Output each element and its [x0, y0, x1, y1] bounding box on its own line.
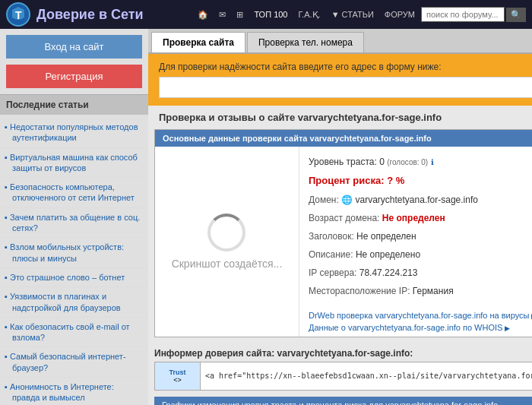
check-instruction: Для проверки надёжности сайта введите ег…	[159, 62, 532, 72]
info-icon[interactable]: ℹ	[431, 158, 434, 166]
svg-text:Т: Т	[15, 9, 22, 21]
sidebar-article-item[interactable]: Взлом мобильных устройств: плюсы и минус…	[0, 238, 148, 268]
graph-section: Графики изменения уровня траста и процен…	[154, 397, 532, 406]
check-section: Для проверки надёжности сайта введите ег…	[148, 54, 532, 106]
header: Т Доверие в Сети 🏠 ✉ ⊞ ТОП 100 Г.А.Қ. ▼ …	[0, 0, 532, 29]
main-layout: Вход на сайт Регистрация Последние стать…	[0, 29, 532, 405]
data-box-header: Основные данные проверки сайта varvarych…	[155, 130, 532, 147]
tab-check-phone[interactable]: Проверка тел. номера	[247, 32, 364, 52]
ip-row: IP сервера: 78.47.224.213	[309, 264, 532, 282]
site-links: DrWeb проверка varvarychtetyana.for-sage…	[299, 306, 532, 337]
badge-trust-text: Trust	[161, 369, 194, 376]
trust-value: 0	[379, 157, 385, 167]
site-url-input[interactable]	[159, 77, 532, 98]
header-row: Заголовок: Не определен	[309, 227, 532, 245]
description-value: Не определено	[356, 249, 420, 260]
trust-level-row: Уровень траста: 0 (голосов: 0) ℹ	[309, 153, 532, 171]
sidebar-article-item[interactable]: Уязвимости в плагинах и надстройкой для …	[0, 287, 148, 318]
sidebar-article-item[interactable]: Анонимность в Интернете: правда и вымысе…	[0, 378, 148, 405]
sidebar-article-item[interactable]: Как обезопасить свой e-mail от взлома?	[0, 318, 148, 348]
logo-icon: Т	[6, 2, 30, 27]
nav-bar: 🏠 ✉ ⊞ ТОП 100 Г.А.Қ. ▼ СТАТЬИ ФОРУМ 🔍	[193, 7, 526, 23]
location-row: Месторасположение IP: Германия	[309, 282, 532, 300]
site-info: Уровень траста: 0 (голосов: 0) ℹ Процент…	[299, 147, 532, 306]
sidebar-articles: Недостатки популярных методов аутентифик…	[0, 115, 148, 405]
site-title: Доверие в Сети	[36, 7, 193, 23]
sidebar-article-item[interactable]: Недостатки популярных методов аутентифик…	[0, 118, 148, 148]
sidebar-article-item[interactable]: Это страшное слово – ботнет	[0, 268, 148, 287]
sidebar-article-item[interactable]: Безопасность компьютера, отключенного от…	[0, 178, 148, 208]
location-value: Германия	[413, 286, 454, 296]
result-site-name: varvarychtetyana.for-sage.info	[298, 112, 442, 123]
graph-header: Графики изменения уровня траста и процен…	[154, 397, 532, 406]
informer-title: Информер доверия сайта: varvarychtetyana…	[154, 343, 532, 362]
ip-value: 78.47.224.213	[359, 267, 418, 278]
loading-spinner	[207, 214, 245, 252]
screenshot-text: Скриншот создаётся...	[172, 258, 283, 270]
informer-box: Trust <> <a href="https://xn--blaeefebsd…	[154, 362, 532, 391]
result-title: Проверка и отзывы о сайте varvarychtetya…	[148, 106, 532, 129]
ip-label: IP сервера:	[309, 267, 356, 278]
informer-section: Информер доверия сайта: varvarychtetyana…	[154, 343, 532, 391]
nav-top100[interactable]: ТОП 100	[249, 7, 292, 22]
age-label: Возраст домена:	[309, 213, 379, 223]
domain-value: varvarychtetyana.for-sage.info	[356, 195, 478, 205]
nav-grid[interactable]: ⊞	[232, 7, 248, 23]
percent-label: Процент риска:	[309, 175, 385, 186]
header-label: Заголовок:	[309, 231, 354, 242]
content-area: Проверка сайта Проверка тел. номера Для …	[148, 29, 532, 405]
trust-votes: (голосов: 0)	[387, 158, 428, 166]
domain-row: Домен: 🌐 varvarychtetyana.for-sage.info	[309, 191, 532, 209]
sidebar-article-item[interactable]: Самый безопасный интернет-браузер?	[0, 347, 148, 378]
location-label: Месторасположение IP:	[309, 286, 410, 296]
register-button[interactable]: Регистрация	[6, 65, 142, 88]
search-input[interactable]	[421, 7, 505, 22]
sidebar-article-item[interactable]: Зачем платить за общение в соц. сетях?	[0, 208, 148, 239]
nav-forum[interactable]: ФОРУМ	[380, 7, 420, 22]
sidebar-article-item[interactable]: Виртуальная машина как способ защиты от …	[0, 148, 148, 179]
header-value: Не определен	[356, 231, 416, 242]
recent-articles-title: Последние статьи	[0, 94, 148, 115]
percent-row: Процент риска: ? %	[309, 171, 532, 191]
data-box-content: Скриншот создаётся... Уровень траста: 0 …	[155, 147, 532, 337]
age-row: Возраст домена: Не определен	[309, 209, 532, 227]
domain-globe-icon: 🌐	[341, 195, 355, 205]
check-input-row: ПРОВЕРКА САЙТА	[159, 77, 532, 98]
domain-label: Домен:	[309, 195, 339, 205]
description-label: Описание:	[309, 249, 353, 260]
nav-email[interactable]: ✉	[214, 7, 230, 23]
nav-faq[interactable]: Г.А.Қ.	[294, 7, 325, 23]
screenshot-area: Скриншот создаётся...	[155, 147, 299, 337]
nav-articles[interactable]: ▼ СТАТЬИ	[327, 7, 378, 22]
trust-label: Уровень траста:	[309, 157, 377, 167]
informer-code[interactable]: <a href="https://xn--blaeefebsd1cwaan.xn…	[201, 369, 532, 383]
sidebar: Вход на сайт Регистрация Последние стать…	[0, 29, 148, 405]
age-value: Не определен	[382, 213, 445, 223]
search-button[interactable]: 🔍	[506, 8, 526, 22]
informer-badge: Trust <>	[155, 362, 201, 390]
tab-bar: Проверка сайта Проверка тел. номера	[148, 29, 532, 54]
login-button[interactable]: Вход на сайт	[6, 35, 142, 59]
badge-value: <>	[161, 376, 194, 384]
percent-value: ? %	[387, 175, 404, 186]
data-box: Основные данные проверки сайта varvarych…	[154, 129, 532, 337]
nav-home[interactable]: 🏠	[193, 7, 213, 23]
result-title-prefix: Проверка и отзывы о сайте	[159, 112, 298, 123]
whois-link[interactable]: Данные о varvarychtetyana.for-sage.info …	[309, 321, 532, 334]
description-row: Описание: Не определено	[309, 245, 532, 264]
tab-check-site[interactable]: Проверка сайта	[151, 32, 245, 52]
virus-check-link[interactable]: DrWeb проверка varvarychtetyana.for-sage…	[309, 309, 532, 321]
